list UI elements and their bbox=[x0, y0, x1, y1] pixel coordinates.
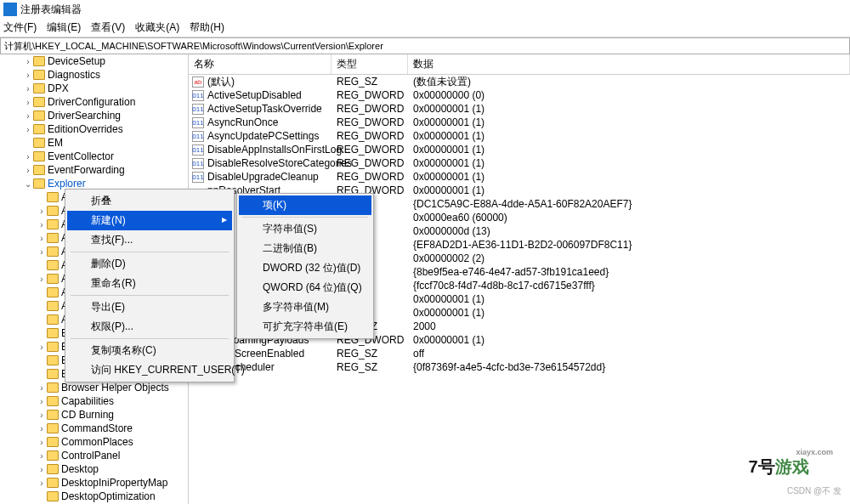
menu-edit[interactable]: 编辑(E) bbox=[47, 20, 81, 35]
registry-value-row[interactable]: 011ActiveSetupTaskOverrideREG_DWORD0x000… bbox=[189, 102, 850, 116]
value-type: REG_DWORD bbox=[332, 103, 408, 115]
dword-value-icon: 011 bbox=[192, 90, 204, 101]
menu-help[interactable]: 帮助(H) bbox=[190, 20, 224, 35]
tree-item[interactable]: ›DPX bbox=[0, 82, 188, 95]
ctx-new-dword[interactable]: DWORD (32 位)值(D) bbox=[239, 258, 371, 278]
registry-value-row[interactable]: 011DisableResolveStoreCategoriesREG_DWOR… bbox=[189, 156, 850, 170]
twisty-icon[interactable]: › bbox=[37, 275, 46, 284]
tree-item[interactable]: ›DriverSearching bbox=[0, 109, 188, 122]
tree-item[interactable]: ›CommonPlaces bbox=[0, 435, 188, 449]
registry-value-row[interactable]: 011DisableAppInstallsOnFirstLog...REG_DW… bbox=[189, 143, 850, 156]
tree-item-label: DeviceSetup bbox=[48, 55, 105, 67]
ctx-collapse[interactable]: 折叠 bbox=[67, 191, 232, 211]
ctx-copy-key-name[interactable]: 复制项名称(C) bbox=[67, 341, 232, 360]
tree-item[interactable]: ›DesktopIniPropertyMap bbox=[0, 476, 188, 490]
menu-view[interactable]: 查看(V) bbox=[91, 20, 125, 35]
col-type[interactable]: 类型 bbox=[332, 54, 408, 74]
tree-item[interactable]: ›ControlPanel bbox=[0, 449, 188, 462]
twisty-icon[interactable]: › bbox=[37, 411, 46, 420]
dword-value-icon: 011 bbox=[192, 158, 204, 169]
column-headers: 名称 类型 数据 bbox=[189, 54, 850, 75]
twisty-icon[interactable]: › bbox=[37, 207, 46, 216]
twisty-icon[interactable]: › bbox=[24, 57, 32, 66]
ctx-new-expand[interactable]: 可扩充字符串值(E) bbox=[239, 317, 371, 337]
ctx-rename[interactable]: 重命名(R) bbox=[67, 274, 232, 293]
folder-icon bbox=[47, 464, 59, 474]
twisty-icon[interactable]: › bbox=[37, 479, 46, 488]
twisty-icon[interactable]: › bbox=[37, 424, 46, 433]
dword-value-icon: 011 bbox=[192, 117, 204, 128]
tree-item[interactable]: DesktopOptimization bbox=[0, 490, 188, 503]
registry-value-row[interactable]: abTaskSchedulerREG_SZ{0f87369f-a4e5-4cfc… bbox=[189, 360, 850, 374]
value-name: DisableUpgradeCleanup bbox=[207, 171, 319, 183]
registry-value-row[interactable]: 011DisableUpgradeCleanupREG_DWORD0x00000… bbox=[189, 170, 850, 184]
twisty-icon[interactable]: › bbox=[24, 125, 32, 134]
folder-icon bbox=[33, 56, 45, 66]
tree-item[interactable]: ›Capabilities bbox=[0, 394, 188, 408]
twisty-icon[interactable]: › bbox=[37, 220, 46, 229]
value-type: REG_SZ bbox=[332, 76, 408, 88]
twisty-icon[interactable]: › bbox=[24, 166, 32, 175]
twisty-icon[interactable]: › bbox=[37, 438, 46, 447]
folder-icon bbox=[47, 192, 59, 202]
value-data: 0x00000002 (2) bbox=[408, 252, 850, 264]
tree-item[interactable]: ›EventForwarding bbox=[0, 163, 188, 177]
ctx-new-multi[interactable]: 多字符串值(M) bbox=[239, 297, 371, 317]
menu-file[interactable]: 文件(F) bbox=[3, 20, 37, 35]
tree-item[interactable]: ›EditionOverrides bbox=[0, 122, 188, 136]
tree-item-label: Diagnostics bbox=[48, 69, 100, 81]
ctx-new-binary[interactable]: 二进制值(B) bbox=[239, 239, 371, 258]
ctx-new-qword[interactable]: QWORD (64 位)值(Q) bbox=[239, 278, 371, 297]
tree-item-label: DPX bbox=[48, 82, 69, 94]
tree-item[interactable]: ›EventCollector bbox=[0, 150, 188, 163]
value-name: (默认) bbox=[207, 75, 235, 89]
ctx-new[interactable]: 新建(N)▸ bbox=[67, 211, 232, 230]
ctx-goto-hkcu[interactable]: 访问 HKEY_CURRENT_USER(T) bbox=[67, 360, 232, 380]
twisty-icon[interactable]: › bbox=[24, 98, 32, 107]
value-data: 2000 bbox=[408, 320, 850, 332]
registry-value-row[interactable]: 011ActiveSetupDisabledREG_DWORD0x0000000… bbox=[189, 88, 850, 102]
tree-item[interactable]: ›DeviceSetup bbox=[0, 54, 188, 68]
tree-item[interactable]: ›DriverConfiguration bbox=[0, 95, 188, 109]
registry-value-row[interactable]: abSmartScreenEnabledREG_SZoff bbox=[189, 347, 850, 360]
folder-icon bbox=[47, 287, 59, 297]
folder-icon bbox=[47, 328, 59, 338]
col-name[interactable]: 名称 bbox=[189, 54, 332, 74]
ctx-new-string[interactable]: 字符串值(S) bbox=[239, 219, 371, 239]
twisty-icon[interactable]: › bbox=[24, 84, 32, 93]
twisty-icon[interactable]: ⌄ bbox=[24, 179, 32, 189]
twisty-icon[interactable]: › bbox=[24, 152, 32, 161]
twisty-icon[interactable]: › bbox=[24, 71, 32, 80]
twisty-icon[interactable]: › bbox=[37, 247, 46, 257]
ctx-export[interactable]: 导出(E) bbox=[67, 297, 232, 317]
tree-item[interactable]: ›Desktop bbox=[0, 462, 188, 476]
twisty-icon[interactable]: › bbox=[37, 397, 46, 406]
registry-value-row[interactable]: ab(默认)REG_SZ(数值未设置) bbox=[189, 75, 850, 88]
ctx-delete[interactable]: 删除(D) bbox=[67, 254, 232, 274]
address-bar[interactable]: 计算机\HKEY_LOCAL_MACHINE\SOFTWARE\Microsof… bbox=[0, 37, 850, 54]
twisty-icon[interactable]: › bbox=[37, 465, 46, 474]
tree-item[interactable]: EM bbox=[0, 136, 188, 150]
twisty-icon[interactable]: › bbox=[37, 383, 46, 393]
tree-item-label: EventForwarding bbox=[48, 164, 125, 176]
tree-item-label: DesktopIniPropertyMap bbox=[61, 477, 167, 489]
tree-item[interactable]: ›Diagnostics bbox=[0, 68, 188, 82]
value-type: REG_DWORD bbox=[332, 116, 408, 128]
window-title: 注册表编辑器 bbox=[20, 3, 82, 17]
tree-item[interactable]: ›Browser Helper Objects bbox=[0, 381, 188, 394]
ctx-permissions[interactable]: 权限(P)... bbox=[67, 317, 232, 337]
twisty-icon[interactable]: › bbox=[37, 343, 46, 352]
twisty-icon[interactable]: › bbox=[37, 451, 46, 461]
value-type: REG_DWORD bbox=[332, 89, 408, 101]
tree-item[interactable]: ›CD Burning bbox=[0, 408, 188, 422]
ctx-new-key[interactable]: 项(K) bbox=[239, 195, 371, 215]
col-data[interactable]: 数据 bbox=[408, 54, 850, 74]
menu-favorites[interactable]: 收藏夹(A) bbox=[135, 20, 179, 35]
twisty-icon[interactable]: › bbox=[24, 111, 32, 121]
registry-value-row[interactable]: 011AsyncRunOnceREG_DWORD0x00000001 (1) bbox=[189, 116, 850, 129]
ctx-find[interactable]: 查找(F)... bbox=[67, 230, 232, 250]
twisty-icon[interactable]: › bbox=[37, 234, 46, 243]
registry-value-row[interactable]: 011AsyncUpdatePCSettingsREG_DWORD0x00000… bbox=[189, 129, 850, 143]
tree-item[interactable]: ›CommandStore bbox=[0, 422, 188, 435]
watermark-logo: 7号游戏 xiayx.com bbox=[719, 446, 838, 487]
